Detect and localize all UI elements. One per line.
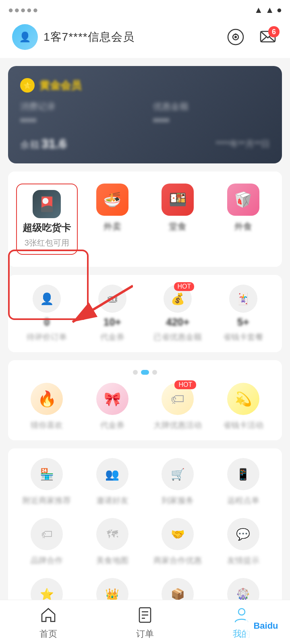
eatcard-sublabel: 3张红包可用 [25, 237, 69, 248]
waishi-icon: 🥡 [227, 184, 259, 216]
home-icon [38, 605, 59, 625]
card-balance-value: 31.6 [41, 136, 66, 151]
service-item-daijin[interactable]: 🎀 代金券 [82, 383, 143, 431]
stat-label-savings: 已省优惠金额 [153, 332, 202, 343]
service-icon-daijin: 🎀 [96, 383, 128, 415]
eatcard-icon: 🎴 [33, 190, 61, 218]
baidu-watermark: Baidu [246, 612, 286, 640]
card-info-1: 消费记录 **** [20, 101, 137, 128]
nav-label-home: 首页 [39, 628, 57, 640]
svg-point-3 [235, 33, 236, 35]
more-svc-icon-4: 📱 [227, 458, 259, 490]
avatar: 👤 [12, 24, 38, 50]
status-icons: ▲ ▲ ● [254, 5, 282, 15]
status-signal: ●●●●● [8, 5, 39, 15]
header-user[interactable]: 👤 1客7****信息会员 [12, 24, 135, 50]
more-svc-icon-6: 🗺 [96, 518, 128, 550]
header-actions: 6 [226, 27, 278, 47]
svg-point-2 [234, 36, 237, 38]
services-grid: 🔥 猜你喜欢 🎀 代金券 🏷 HOT 大牌优惠活动 [16, 383, 274, 431]
camera-icon-button[interactable] [226, 27, 246, 47]
card-info-label-1: 消费记录 [20, 101, 137, 113]
more-svc-8[interactable]: 💬 友情提示 [213, 518, 274, 566]
stat-value-savings: 420+ [166, 316, 190, 328]
card-balance-label: 余额 [20, 139, 39, 150]
more-svc-label-7: 商家合作优惠 [153, 555, 202, 566]
more-svc-icon-1: 🏪 [31, 458, 63, 490]
stat-icon-coupon: 🎟 [98, 285, 126, 313]
service-item-save[interactable]: 💫 省钱卡活动 [213, 383, 274, 431]
more-svc-label-3: 到家服务 [162, 495, 194, 506]
stat-item-package[interactable]: 🃏 5+ 省钱卡套餐 [213, 285, 274, 343]
stat-item-pending[interactable]: 👤 0 待评价订单 [16, 285, 78, 343]
service-item-guess[interactable]: 🔥 猜你喜欢 [16, 383, 78, 431]
more-svc-2[interactable]: 👥 邀请好友 [82, 458, 143, 506]
more-svc-5[interactable]: 🏷 品牌合作 [16, 518, 78, 566]
stat-label-coupon: 代金券 [100, 332, 124, 343]
service-icon-guess: 🔥 [31, 383, 63, 415]
more-svc-3[interactable]: 🛒 到家服务 [147, 458, 209, 506]
message-icon-button[interactable]: 6 [258, 27, 278, 47]
quick-menu-item-eatcard[interactable]: 🎴 超级吃货卡 3张红包可用 [16, 184, 78, 255]
slider-dots [16, 370, 274, 375]
tangshi-label: 堂食 [169, 221, 186, 233]
service-icon-wrap-brand: 🏷 HOT [162, 383, 194, 415]
stat-icon-pending: 👤 [33, 285, 61, 313]
membership-card[interactable]: ⭐ 黄金会员 消费记录 **** 优惠金额 **** 余额 31.6 ****年… [8, 66, 282, 163]
more-svc-icon-2: 👥 [96, 458, 128, 490]
nav-item-orders[interactable]: 订单 [97, 605, 193, 640]
more-services-grid-2: 🏷 品牌合作 🗺 美食地图 🤝 商家合作优惠 💬 友情提示 [16, 518, 274, 566]
stats-section: 👤 0 待评价订单 🎟 10+ 代金券 💰 HOT 420+ 已省优惠金额 🃏 … [8, 275, 282, 352]
dot-3 [152, 370, 157, 375]
status-bar: ●●●●● ▲ ▲ ● [0, 0, 290, 20]
nav-label-orders: 订单 [136, 628, 154, 640]
svg-point-11 [238, 609, 245, 615]
more-services-grid-1: 🏪 附近商家推荐 👥 邀请好友 🛒 到家服务 📱 远程点单 [16, 458, 274, 506]
service-label-save: 省钱卡活动 [223, 420, 263, 431]
savings-hot-badge: HOT [174, 282, 194, 291]
quick-menu-item-waishi[interactable]: 🥡 外食 [213, 184, 274, 255]
waimai-icon: 🍜 [96, 184, 128, 216]
quick-menu-item-tangshi[interactable]: 🍱 堂食 [147, 184, 209, 255]
more-svc-6[interactable]: 🗺 美食地图 [82, 518, 143, 566]
quick-menu-item-waimai[interactable]: 🍜 外卖 [82, 184, 143, 255]
more-svc-7[interactable]: 🤝 商家合作优惠 [147, 518, 209, 566]
brand-hot-badge: HOT [174, 380, 196, 389]
tangshi-icon: 🍱 [162, 184, 194, 216]
waishi-label: 外食 [234, 221, 252, 233]
eatcard-label: 超级吃货卡 [23, 221, 71, 234]
service-label-daijin: 代金券 [100, 420, 124, 431]
quick-menu-grid: 🎴 超级吃货卡 3张红包可用 🍜 外卖 🍱 堂食 🥡 外食 [16, 184, 274, 255]
services-section: 🔥 猜你喜欢 🎀 代金券 🏷 HOT 大牌优惠活动 [8, 360, 282, 440]
more-svc-icon-7: 🤝 [162, 518, 194, 550]
more-svc-icon-8: 💬 [227, 518, 259, 550]
card-info-value-1: **** [20, 116, 137, 128]
card-info-2: 优惠金额 **** [153, 101, 270, 128]
stat-item-coupon[interactable]: 🎟 10+ 代金券 [82, 285, 143, 343]
stats-grid: 👤 0 待评价订单 🎟 10+ 代金券 💰 HOT 420+ 已省优惠金额 🃏 … [16, 285, 274, 343]
stat-value-coupon: 10+ [104, 316, 121, 328]
more-svc-1[interactable]: 🏪 附近商家推荐 [16, 458, 78, 506]
card-date: ****年**月**日 [216, 138, 270, 150]
more-svc-icon-5: 🏷 [31, 518, 63, 550]
service-icon-wrap-daijin: 🎀 [96, 383, 128, 415]
username: 1客7****信息会员 [44, 29, 135, 45]
waimai-label: 外卖 [104, 221, 121, 233]
stat-label-pending: 待评价订单 [27, 332, 67, 343]
service-label-brand: 大牌优惠活动 [153, 420, 202, 431]
more-svc-label-6: 美食地图 [96, 555, 128, 566]
stat-item-savings[interactable]: 💰 HOT 420+ 已省优惠金额 [147, 285, 209, 343]
card-info-label-2: 优惠金额 [153, 101, 270, 113]
service-item-brand[interactable]: 🏷 HOT 大牌优惠活动 [147, 383, 209, 431]
message-badge: 6 [268, 26, 280, 37]
stat-label-package: 省钱卡套餐 [223, 332, 263, 343]
more-svc-label-5: 品牌合作 [31, 555, 63, 566]
card-title: 黄金会员 [39, 78, 81, 93]
more-svc-label-8: 友情提示 [227, 555, 259, 566]
card-info-value-2: **** [153, 116, 270, 128]
service-icon-wrap-guess: 🔥 [31, 383, 63, 415]
more-svc-4[interactable]: 📱 远程点单 [213, 458, 274, 506]
quick-menu: 🎴 超级吃货卡 3张红包可用 🍜 外卖 🍱 堂食 🥡 外食 [8, 171, 282, 267]
dot-2-active [141, 370, 149, 375]
nav-item-home[interactable]: 首页 [0, 605, 97, 640]
